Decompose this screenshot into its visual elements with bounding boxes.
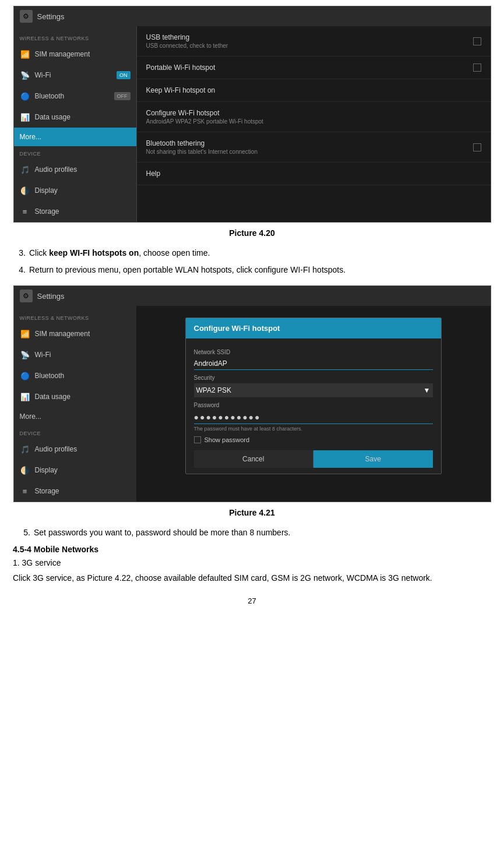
more-label-2: More... [20, 412, 41, 421]
security-select[interactable]: WPA2 PSK ▼ [194, 383, 433, 397]
sidebar-item-sim-2[interactable]: 📶 SIM management [14, 323, 136, 344]
show-password-row: Show password [194, 436, 433, 443]
data-label-2: Data usage [35, 393, 71, 401]
storage-icon: ≡ [20, 206, 30, 217]
bold-keep-wifi: keep WI-FI hotspots on [49, 248, 139, 257]
main-item-wifi-hotspot[interactable]: Portable Wi-Fi hotspot [137, 57, 491, 79]
usb-checkbox[interactable] [473, 37, 481, 45]
section-label-networks-2: WIRELESS & NETWORKS [14, 310, 136, 323]
sidebar-item-storage[interactable]: ≡ Storage [14, 201, 136, 222]
section-label-networks-1: WIRELESS & NETWORKS [14, 31, 136, 44]
audio-icon: 🎵 [20, 164, 30, 175]
sim-label-2: SIM management [35, 330, 90, 338]
bluetooth-toggle[interactable]: OFF [114, 92, 131, 100]
sidebar-1: WIRELESS & NETWORKS 📶 SIM management 📡 W… [14, 26, 136, 222]
storage-icon-2: ≡ [20, 486, 30, 496]
display-icon: 🌗 [20, 185, 30, 196]
data-icon-2: 📊 [20, 391, 30, 402]
configure-wifi-sub: AndroidAP WPA2 PSK portable Wi-Fi hotspo… [146, 118, 481, 125]
password-field[interactable]: ●●●●●●●●●●● [194, 411, 433, 424]
sidebar-item-more[interactable]: More... [14, 128, 136, 146]
password-hint: The password must have at least 8 charac… [194, 426, 433, 432]
caption-1: Picture 4.20 [13, 228, 491, 238]
bt-tether-checkbox[interactable] [473, 143, 481, 151]
help-title: Help [146, 170, 481, 178]
bt-icon-2: 🔵 [20, 371, 30, 381]
bt-tether-title: Bluetooth tethering [146, 139, 473, 147]
bluetooth-icon: 🔵 [20, 91, 30, 101]
password-label: Password [194, 402, 433, 408]
wifi-hotspot-title: Portable Wi-Fi hotspot [146, 63, 473, 72]
dropdown-arrow: ▼ [424, 386, 431, 394]
display-icon-2: 🌗 [20, 465, 30, 475]
section-label-device-1: DEVICE [14, 146, 136, 159]
instruction-4-num: 4. [13, 264, 26, 276]
sidebar-item-more-2[interactable]: More... [14, 407, 136, 426]
screenshot-2: ⚙ Settings WIRELESS & NETWORKS 📶 SIM man… [13, 285, 491, 502]
instruction-5: 5. Set passwords you want to, password s… [13, 527, 491, 539]
storage-label: Storage [35, 207, 59, 216]
bt-tether-sub: Not sharing this tablet's Internet conne… [146, 149, 473, 155]
sidebar-item-data-2[interactable]: 📊 Data usage [14, 386, 136, 407]
display-label: Display [35, 186, 58, 195]
save-button[interactable]: Save [313, 450, 433, 468]
main-panel-1: USB tethering USB connected, check to te… [136, 26, 491, 222]
instruction-3-text: Click keep WI-FI hotspots on, choose ope… [29, 247, 491, 259]
data-icon: 📊 [20, 112, 30, 122]
usb-title: USB tethering [146, 33, 473, 41]
main-item-keep-wifi[interactable]: Keep Wi-Fi hotspot on [137, 79, 491, 102]
usb-sub: USB connected, check to tether [146, 43, 473, 49]
sidebar-item-wifi-2[interactable]: 📡 Wi-Fi [14, 344, 136, 365]
wifi-label: Wi-Fi [35, 71, 51, 79]
security-value: WPA2 PSK [196, 386, 231, 394]
sim-icon: 📶 [20, 49, 30, 59]
more-label: More... [20, 133, 41, 141]
ssid-input[interactable] [194, 358, 433, 370]
wifi-toggle[interactable]: ON [117, 71, 131, 79]
wifi-hotspot-checkbox[interactable] [473, 63, 481, 72]
sidebar-item-bluetooth[interactable]: 🔵 Bluetooth OFF [14, 86, 136, 107]
topbar-title-2: Settings [37, 292, 65, 301]
show-password-checkbox[interactable] [194, 436, 201, 443]
show-password-label: Show password [205, 436, 250, 443]
audio-icon-2: 🎵 [20, 444, 30, 454]
section-label-device-2: DEVICE [14, 426, 136, 439]
main-item-bt-tether[interactable]: Bluetooth tethering Not sharing this tab… [137, 132, 491, 163]
instruction-5-num: 5. [13, 527, 30, 539]
security-label: Security [194, 375, 433, 381]
sidebar-item-display-2[interactable]: 🌗 Display [14, 460, 136, 481]
sim-label: SIM management [35, 50, 90, 58]
cancel-button[interactable]: Cancel [194, 450, 314, 468]
settings-icon: ⚙ [20, 10, 33, 23]
sidebar-item-audio[interactable]: 🎵 Audio profiles [14, 159, 136, 180]
topbar-title-1: Settings [37, 12, 65, 21]
instructions: 3. Click keep WI-FI hotspots on, choose … [13, 247, 491, 276]
settings-icon-2: ⚙ [20, 290, 33, 302]
dialog-body: Network SSID Security WPA2 PSK ▼ Passwor… [186, 338, 441, 474]
bt-label-2: Bluetooth [35, 372, 65, 380]
sidebar-item-sim[interactable]: 📶 SIM management [14, 44, 136, 65]
sidebar-item-storage-2[interactable]: ≡ Storage [14, 481, 136, 502]
bluetooth-label: Bluetooth [35, 92, 65, 100]
ssid-label: Network SSID [194, 349, 433, 355]
data-label: Data usage [35, 113, 71, 121]
wifi-icon-2: 📡 [20, 350, 30, 360]
sidebar-item-bt-2[interactable]: 🔵 Bluetooth [14, 365, 136, 386]
dialog-title: Configure Wi-Fi hotspot [186, 318, 441, 338]
instruction-4: 4. Return to previous menu, open portabl… [13, 264, 491, 276]
screenshot-1: ⚙ Settings WIRELESS & NETWORKS 📶 SIM man… [13, 6, 491, 223]
sidebar-item-display[interactable]: 🌗 Display [14, 180, 136, 201]
storage-label-2: Storage [35, 487, 59, 495]
page-number: 27 [13, 597, 491, 605]
wifi-label-2: Wi-Fi [35, 351, 51, 359]
main-item-configure-wifi[interactable]: Configure Wi-Fi hotspot AndroidAP WPA2 P… [137, 102, 491, 132]
sidebar-item-data-usage[interactable]: 📊 Data usage [14, 107, 136, 128]
main-item-usb[interactable]: USB tethering USB connected, check to te… [137, 26, 491, 57]
sidebar-item-wifi[interactable]: 📡 Wi-Fi ON [14, 65, 136, 86]
dialog-buttons: Cancel Save [194, 450, 433, 468]
sidebar-item-audio-2[interactable]: 🎵 Audio profiles [14, 439, 136, 460]
sim-icon-2: 📶 [20, 329, 30, 339]
main-item-help[interactable]: Help [137, 163, 491, 185]
body-text: Click 3G service, as Picture 4.22, choos… [13, 571, 491, 584]
section-title: 4.5-4 Mobile Networks [13, 545, 491, 554]
